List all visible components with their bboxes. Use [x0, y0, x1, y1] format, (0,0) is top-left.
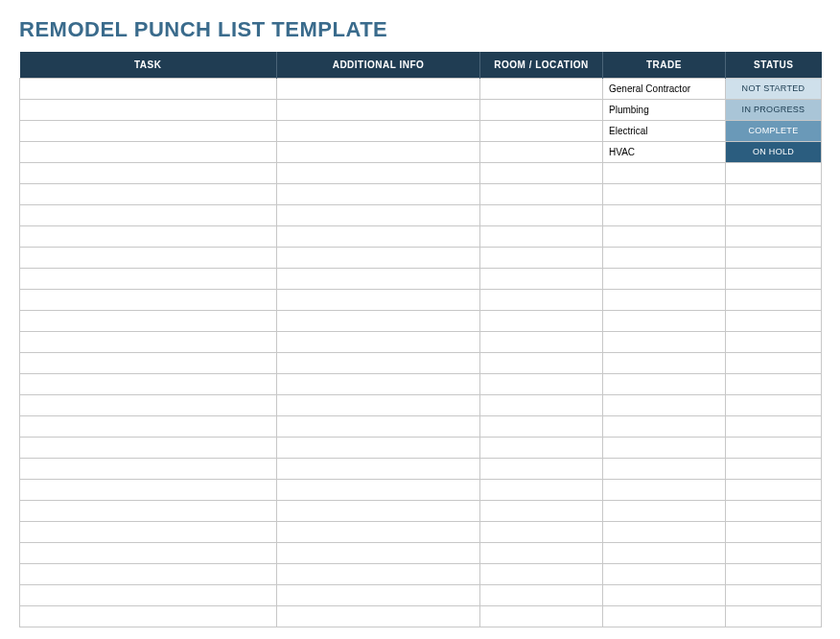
cell-additional-info[interactable]	[277, 226, 480, 248]
cell-additional-info[interactable]	[277, 374, 480, 395]
cell-status[interactable]	[726, 374, 822, 395]
cell-task[interactable]	[20, 311, 277, 332]
cell-additional-info[interactable]	[277, 269, 480, 290]
cell-room-location[interactable]	[480, 480, 603, 501]
cell-task[interactable]	[20, 269, 277, 290]
cell-task[interactable]	[20, 395, 277, 416]
cell-additional-info[interactable]	[277, 163, 480, 184]
cell-trade[interactable]	[603, 416, 726, 438]
cell-status[interactable]	[726, 184, 822, 205]
cell-room-location[interactable]	[480, 374, 603, 395]
cell-task[interactable]	[20, 438, 277, 459]
cell-trade[interactable]: General Contractor	[603, 79, 726, 100]
cell-status[interactable]	[726, 290, 822, 311]
cell-room-location[interactable]	[480, 269, 603, 290]
cell-trade[interactable]	[603, 248, 726, 269]
cell-trade[interactable]	[603, 395, 726, 416]
cell-room-location[interactable]	[480, 248, 603, 269]
cell-task[interactable]	[20, 184, 277, 205]
cell-status[interactable]	[726, 438, 822, 459]
cell-trade[interactable]	[603, 269, 726, 290]
cell-status[interactable]: ON HOLD	[726, 142, 822, 163]
cell-room-location[interactable]	[480, 353, 603, 374]
cell-task[interactable]	[20, 374, 277, 395]
cell-room-location[interactable]	[480, 163, 603, 184]
cell-room-location[interactable]	[480, 395, 603, 416]
cell-room-location[interactable]	[480, 332, 603, 353]
cell-status[interactable]	[726, 269, 822, 290]
cell-room-location[interactable]	[480, 184, 603, 205]
cell-additional-info[interactable]	[277, 290, 480, 311]
cell-additional-info[interactable]	[277, 480, 480, 501]
cell-room-location[interactable]	[480, 564, 603, 585]
cell-task[interactable]	[20, 332, 277, 353]
cell-status[interactable]	[726, 395, 822, 416]
cell-additional-info[interactable]	[277, 142, 480, 163]
cell-trade[interactable]	[603, 353, 726, 374]
cell-trade[interactable]	[603, 290, 726, 311]
cell-task[interactable]	[20, 205, 277, 226]
cell-trade[interactable]	[603, 184, 726, 205]
cell-room-location[interactable]	[480, 543, 603, 564]
cell-additional-info[interactable]	[277, 79, 480, 100]
cell-additional-info[interactable]	[277, 416, 480, 438]
cell-status[interactable]	[726, 353, 822, 374]
cell-status[interactable]	[726, 501, 822, 522]
cell-additional-info[interactable]	[277, 121, 480, 142]
cell-additional-info[interactable]	[277, 248, 480, 269]
cell-task[interactable]	[20, 416, 277, 438]
cell-additional-info[interactable]	[277, 459, 480, 480]
cell-task[interactable]	[20, 480, 277, 501]
cell-status[interactable]	[726, 585, 822, 606]
cell-room-location[interactable]	[480, 205, 603, 226]
cell-task[interactable]	[20, 142, 277, 163]
cell-trade[interactable]	[603, 374, 726, 395]
cell-status[interactable]	[726, 226, 822, 248]
cell-status[interactable]	[726, 248, 822, 269]
cell-status[interactable]	[726, 163, 822, 184]
cell-trade[interactable]	[603, 332, 726, 353]
cell-additional-info[interactable]	[277, 522, 480, 543]
cell-additional-info[interactable]	[277, 543, 480, 564]
cell-room-location[interactable]	[480, 438, 603, 459]
cell-additional-info[interactable]	[277, 184, 480, 205]
cell-task[interactable]	[20, 248, 277, 269]
cell-room-location[interactable]	[480, 100, 603, 121]
cell-additional-info[interactable]	[277, 100, 480, 121]
cell-trade[interactable]	[603, 438, 726, 459]
cell-room-location[interactable]	[480, 522, 603, 543]
cell-status[interactable]	[726, 606, 822, 627]
cell-additional-info[interactable]	[277, 205, 480, 226]
cell-task[interactable]	[20, 543, 277, 564]
cell-room-location[interactable]	[480, 121, 603, 142]
cell-status[interactable]: NOT STARTED	[726, 79, 822, 100]
cell-room-location[interactable]	[480, 585, 603, 606]
cell-task[interactable]	[20, 501, 277, 522]
cell-task[interactable]	[20, 100, 277, 121]
cell-status[interactable]	[726, 332, 822, 353]
cell-status[interactable]	[726, 564, 822, 585]
cell-task[interactable]	[20, 353, 277, 374]
cell-trade[interactable]	[603, 585, 726, 606]
cell-additional-info[interactable]	[277, 353, 480, 374]
cell-trade[interactable]	[603, 205, 726, 226]
cell-room-location[interactable]	[480, 290, 603, 311]
cell-trade[interactable]	[603, 522, 726, 543]
cell-status[interactable]: IN PROGRESS	[726, 100, 822, 121]
cell-task[interactable]	[20, 163, 277, 184]
cell-room-location[interactable]	[480, 79, 603, 100]
cell-additional-info[interactable]	[277, 585, 480, 606]
cell-trade[interactable]	[603, 311, 726, 332]
cell-task[interactable]	[20, 121, 277, 142]
cell-task[interactable]	[20, 459, 277, 480]
cell-room-location[interactable]	[480, 142, 603, 163]
cell-additional-info[interactable]	[277, 501, 480, 522]
cell-room-location[interactable]	[480, 311, 603, 332]
cell-status[interactable]	[726, 480, 822, 501]
cell-trade[interactable]: Electrical	[603, 121, 726, 142]
cell-status[interactable]: COMPLETE	[726, 121, 822, 142]
cell-trade[interactable]	[603, 459, 726, 480]
cell-status[interactable]	[726, 311, 822, 332]
cell-trade[interactable]: HVAC	[603, 142, 726, 163]
cell-room-location[interactable]	[480, 501, 603, 522]
